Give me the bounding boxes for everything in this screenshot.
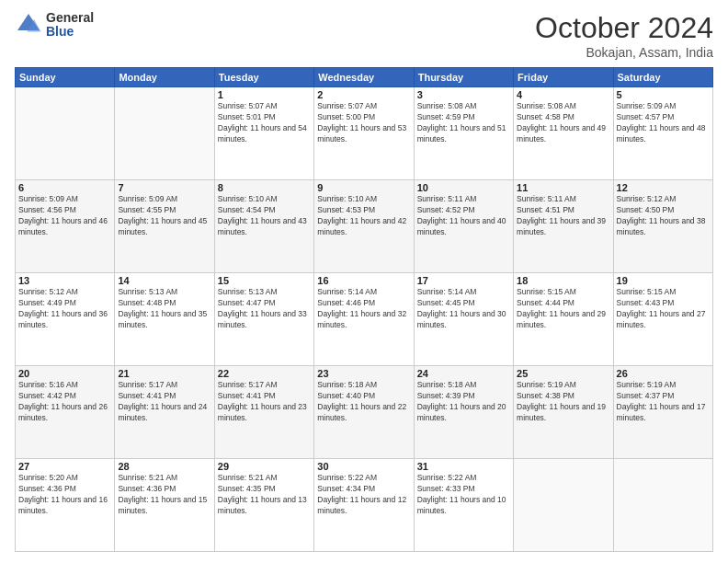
day-info: Sunrise: 5:13 AMSunset: 4:48 PMDaylight:… — [118, 287, 210, 331]
day-number: 7 — [118, 182, 210, 193]
logo-blue: Blue — [46, 25, 94, 39]
day-number: 30 — [317, 461, 410, 472]
calendar-cell: 2Sunrise: 5:07 AMSunset: 5:00 PMDaylight… — [314, 87, 414, 180]
day-number: 17 — [417, 275, 510, 286]
day-number: 10 — [417, 182, 510, 193]
day-info: Sunrise: 5:15 AMSunset: 4:44 PMDaylight:… — [517, 287, 609, 331]
day-number: 5 — [617, 89, 710, 100]
col-thursday: Thursday — [414, 68, 513, 87]
day-number: 31 — [417, 461, 510, 472]
day-info: Sunrise: 5:11 AMSunset: 4:51 PMDaylight:… — [517, 194, 609, 238]
calendar-cell: 13Sunrise: 5:12 AMSunset: 4:49 PMDayligh… — [16, 273, 115, 366]
page: General Blue October 2024 Bokajan, Assam… — [0, 0, 728, 563]
day-info: Sunrise: 5:18 AMSunset: 4:40 PMDaylight:… — [317, 380, 410, 424]
calendar-cell — [115, 87, 214, 180]
day-info: Sunrise: 5:19 AMSunset: 4:37 PMDaylight:… — [617, 380, 710, 424]
day-info: Sunrise: 5:12 AMSunset: 4:50 PMDaylight:… — [617, 194, 710, 238]
calendar-cell: 4Sunrise: 5:08 AMSunset: 4:58 PMDaylight… — [514, 87, 613, 180]
calendar-cell: 26Sunrise: 5:19 AMSunset: 4:37 PMDayligh… — [613, 366, 712, 459]
title-block: October 2024 Bokajan, Assam, India — [535, 11, 713, 60]
logo-text: General Blue — [46, 11, 94, 40]
day-number: 22 — [218, 368, 311, 379]
calendar-cell — [613, 459, 712, 552]
day-info: Sunrise: 5:19 AMSunset: 4:38 PMDaylight:… — [517, 380, 609, 424]
calendar-cell — [514, 459, 613, 552]
day-number: 13 — [18, 275, 111, 286]
day-info: Sunrise: 5:10 AMSunset: 4:54 PMDaylight:… — [218, 194, 311, 238]
day-number: 1 — [218, 89, 311, 100]
calendar-cell: 9Sunrise: 5:10 AMSunset: 4:53 PMDaylight… — [314, 180, 414, 273]
day-number: 24 — [417, 368, 510, 379]
calendar-week-2: 6Sunrise: 5:09 AMSunset: 4:56 PMDaylight… — [16, 180, 713, 273]
calendar-week-3: 13Sunrise: 5:12 AMSunset: 4:49 PMDayligh… — [16, 273, 713, 366]
calendar-cell: 20Sunrise: 5:16 AMSunset: 4:42 PMDayligh… — [16, 366, 115, 459]
calendar-cell — [16, 87, 115, 180]
day-number: 19 — [617, 275, 710, 286]
calendar-cell: 1Sunrise: 5:07 AMSunset: 5:01 PMDaylight… — [214, 87, 313, 180]
day-info: Sunrise: 5:07 AMSunset: 5:01 PMDaylight:… — [218, 101, 311, 145]
month-title: October 2024 — [535, 11, 713, 45]
calendar-cell: 22Sunrise: 5:17 AMSunset: 4:41 PMDayligh… — [214, 366, 313, 459]
calendar-week-1: 1Sunrise: 5:07 AMSunset: 5:01 PMDaylight… — [16, 87, 713, 180]
calendar-cell: 27Sunrise: 5:20 AMSunset: 4:36 PMDayligh… — [16, 459, 115, 552]
calendar-cell: 5Sunrise: 5:09 AMSunset: 4:57 PMDaylight… — [613, 87, 712, 180]
day-info: Sunrise: 5:20 AMSunset: 4:36 PMDaylight:… — [18, 473, 111, 517]
day-number: 11 — [517, 182, 609, 193]
day-number: 3 — [417, 89, 510, 100]
calendar-cell: 28Sunrise: 5:21 AMSunset: 4:36 PMDayligh… — [115, 459, 214, 552]
logo: General Blue — [15, 11, 94, 40]
day-number: 20 — [18, 368, 111, 379]
day-info: Sunrise: 5:09 AMSunset: 4:57 PMDaylight:… — [617, 101, 710, 145]
day-info: Sunrise: 5:18 AMSunset: 4:39 PMDaylight:… — [417, 380, 510, 424]
day-number: 9 — [317, 182, 410, 193]
day-info: Sunrise: 5:22 AMSunset: 4:33 PMDaylight:… — [417, 473, 510, 517]
day-number: 8 — [218, 182, 311, 193]
calendar-cell: 6Sunrise: 5:09 AMSunset: 4:56 PMDaylight… — [16, 180, 115, 273]
logo-icon — [15, 11, 42, 39]
day-info: Sunrise: 5:11 AMSunset: 4:52 PMDaylight:… — [417, 194, 510, 238]
calendar-cell: 14Sunrise: 5:13 AMSunset: 4:48 PMDayligh… — [115, 273, 214, 366]
calendar-cell: 30Sunrise: 5:22 AMSunset: 4:34 PMDayligh… — [314, 459, 414, 552]
calendar-cell: 25Sunrise: 5:19 AMSunset: 4:38 PMDayligh… — [514, 366, 613, 459]
col-saturday: Saturday — [613, 68, 712, 87]
day-number: 28 — [118, 461, 210, 472]
location: Bokajan, Assam, India — [535, 45, 713, 60]
calendar-cell: 11Sunrise: 5:11 AMSunset: 4:51 PMDayligh… — [514, 180, 613, 273]
calendar-cell: 3Sunrise: 5:08 AMSunset: 4:59 PMDaylight… — [414, 87, 513, 180]
calendar-cell: 29Sunrise: 5:21 AMSunset: 4:35 PMDayligh… — [214, 459, 313, 552]
calendar-cell: 15Sunrise: 5:13 AMSunset: 4:47 PMDayligh… — [214, 273, 313, 366]
day-number: 2 — [317, 89, 410, 100]
calendar-week-4: 20Sunrise: 5:16 AMSunset: 4:42 PMDayligh… — [16, 366, 713, 459]
day-number: 12 — [617, 182, 710, 193]
calendar-cell: 10Sunrise: 5:11 AMSunset: 4:52 PMDayligh… — [414, 180, 513, 273]
day-info: Sunrise: 5:07 AMSunset: 5:00 PMDaylight:… — [317, 101, 410, 145]
day-info: Sunrise: 5:21 AMSunset: 4:35 PMDaylight:… — [218, 473, 311, 517]
day-info: Sunrise: 5:12 AMSunset: 4:49 PMDaylight:… — [18, 287, 111, 331]
day-info: Sunrise: 5:13 AMSunset: 4:47 PMDaylight:… — [218, 287, 311, 331]
day-info: Sunrise: 5:17 AMSunset: 4:41 PMDaylight:… — [118, 380, 210, 424]
day-number: 6 — [18, 182, 111, 193]
day-info: Sunrise: 5:08 AMSunset: 4:58 PMDaylight:… — [517, 101, 609, 145]
calendar-cell: 17Sunrise: 5:14 AMSunset: 4:45 PMDayligh… — [414, 273, 513, 366]
calendar-cell: 21Sunrise: 5:17 AMSunset: 4:41 PMDayligh… — [115, 366, 214, 459]
day-info: Sunrise: 5:09 AMSunset: 4:56 PMDaylight:… — [18, 194, 111, 238]
calendar-cell: 18Sunrise: 5:15 AMSunset: 4:44 PMDayligh… — [514, 273, 613, 366]
day-info: Sunrise: 5:08 AMSunset: 4:59 PMDaylight:… — [417, 101, 510, 145]
day-number: 25 — [517, 368, 609, 379]
day-info: Sunrise: 5:17 AMSunset: 4:41 PMDaylight:… — [218, 380, 311, 424]
day-info: Sunrise: 5:16 AMSunset: 4:42 PMDaylight:… — [18, 380, 111, 424]
col-sunday: Sunday — [16, 68, 115, 87]
calendar-cell: 12Sunrise: 5:12 AMSunset: 4:50 PMDayligh… — [613, 180, 712, 273]
calendar-header-row: Sunday Monday Tuesday Wednesday Thursday… — [16, 68, 713, 87]
logo-general: General — [46, 11, 94, 25]
day-info: Sunrise: 5:10 AMSunset: 4:53 PMDaylight:… — [317, 194, 410, 238]
day-info: Sunrise: 5:22 AMSunset: 4:34 PMDaylight:… — [317, 473, 410, 517]
day-number: 16 — [317, 275, 410, 286]
day-info: Sunrise: 5:15 AMSunset: 4:43 PMDaylight:… — [617, 287, 710, 331]
col-tuesday: Tuesday — [214, 68, 313, 87]
day-info: Sunrise: 5:14 AMSunset: 4:45 PMDaylight:… — [417, 287, 510, 331]
calendar-cell: 19Sunrise: 5:15 AMSunset: 4:43 PMDayligh… — [613, 273, 712, 366]
day-number: 26 — [617, 368, 710, 379]
calendar-cell: 31Sunrise: 5:22 AMSunset: 4:33 PMDayligh… — [414, 459, 513, 552]
day-number: 18 — [517, 275, 609, 286]
